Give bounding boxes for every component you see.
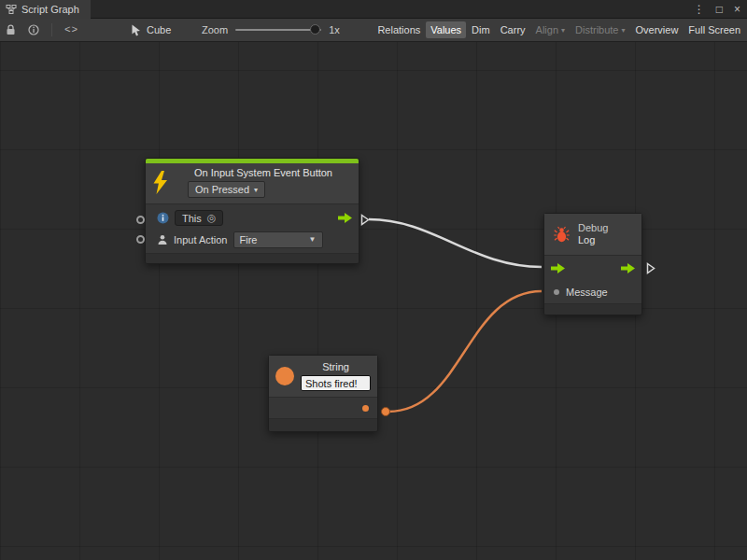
toolbar-button-distribute[interactable]: Distribute▾ xyxy=(571,21,629,38)
input-action-icon xyxy=(157,234,168,245)
lock-icon[interactable] xyxy=(6,24,16,35)
titlebar: Script Graph ⋮ □ × xyxy=(0,0,747,19)
event-node-header: On Input System Event Button On Pressed … xyxy=(146,163,359,203)
this-row: This ◎ xyxy=(146,207,359,229)
zoom-value: 1x xyxy=(329,24,340,35)
on-input-system-event-button-node[interactable]: On Input System Event Button On Pressed … xyxy=(145,158,359,264)
button-label: Align xyxy=(536,24,558,35)
toolbar-zoom-group: Zoom 1x xyxy=(202,19,340,41)
toolbar-button-values[interactable]: Values xyxy=(426,21,466,38)
node-title: On Input System Event Button xyxy=(175,167,352,178)
caret-down-icon: ▼ xyxy=(309,235,317,244)
message-label: Message xyxy=(566,287,608,298)
input-action-label: Input Action xyxy=(174,234,228,245)
button-label: Dim xyxy=(472,24,490,35)
trigger-dropdown[interactable]: On Pressed ▾ xyxy=(188,181,265,198)
string-value-input[interactable] xyxy=(301,375,371,391)
window-close-icon[interactable]: × xyxy=(734,3,740,16)
code-icon[interactable]: <> xyxy=(64,24,78,35)
toolbar-target-group: Cube xyxy=(131,19,171,41)
button-label: Overview xyxy=(636,24,679,35)
this-object-field[interactable]: This ◎ xyxy=(175,210,223,226)
unity-visual-scripting-window: Script Graph ⋮ □ × <> Cube Zoom xyxy=(0,0,747,560)
window-menu-icon[interactable]: ⋮ xyxy=(694,3,705,16)
debug-flow-output-port[interactable] xyxy=(621,263,635,273)
toolbar-separator xyxy=(51,23,52,36)
input-action-external-port[interactable] xyxy=(136,235,145,244)
debug-flow-row xyxy=(544,255,641,281)
string-output-port[interactable] xyxy=(362,405,369,412)
node-category: Debug xyxy=(578,222,608,234)
window-maximize-icon[interactable]: □ xyxy=(716,3,723,16)
target-object-label[interactable]: Cube xyxy=(147,24,171,35)
toolbar-button-relations[interactable]: Relations xyxy=(373,21,425,38)
exec-wire[interactable] xyxy=(369,219,542,267)
value-wire[interactable] xyxy=(388,291,542,412)
event-flow-output-port[interactable] xyxy=(338,213,352,223)
trigger-dropdown-value: On Pressed xyxy=(195,184,249,195)
this-label: This xyxy=(182,213,202,224)
button-label: Full Screen xyxy=(688,24,740,35)
debug-flow-input-port[interactable] xyxy=(551,263,565,273)
toolbar-button-align[interactable]: Align▾ xyxy=(531,21,570,38)
gameobject-info-icon xyxy=(157,212,169,224)
tab-title: Script Graph xyxy=(21,4,79,15)
this-external-port[interactable] xyxy=(136,216,145,224)
caret-down-icon: ▾ xyxy=(561,26,565,35)
zoom-slider-knob[interactable] xyxy=(310,24,320,35)
debug-node-header: Debug Log xyxy=(544,214,641,255)
lightning-bolt-icon xyxy=(152,171,168,194)
debug-output-port-triangle[interactable] xyxy=(646,262,655,274)
string-type-icon xyxy=(275,367,294,385)
input-action-row: Input Action Fire ▼ xyxy=(146,229,359,250)
toolbar-button-carry[interactable]: Carry xyxy=(496,21,530,38)
debug-log-node[interactable]: Debug Log Message xyxy=(543,213,642,315)
bug-icon xyxy=(553,226,571,244)
graph-canvas[interactable]: On Input System Event Button On Pressed … xyxy=(0,42,747,560)
zoom-slider[interactable] xyxy=(235,29,321,31)
message-input-port[interactable] xyxy=(554,289,559,295)
debug-node-footer xyxy=(544,303,641,315)
value-wire-source-knob[interactable] xyxy=(381,407,390,416)
zoom-label: Zoom xyxy=(202,24,228,35)
info-icon[interactable] xyxy=(28,24,39,35)
toolbar-button-dim[interactable]: Dim xyxy=(467,21,495,38)
node-title: Log xyxy=(578,234,608,246)
string-node-header: String xyxy=(269,356,377,397)
event-node-footer xyxy=(146,253,359,263)
input-action-dropdown[interactable]: Fire ▼ xyxy=(233,231,323,248)
event-node-body: This ◎ Input Action Fire xyxy=(146,203,359,253)
string-node-body xyxy=(269,397,377,418)
caret-down-icon: ▾ xyxy=(254,186,258,194)
tab-script-graph[interactable]: Script Graph xyxy=(0,0,91,19)
window-controls: ⋮ □ × xyxy=(694,0,740,19)
input-action-value: Fire xyxy=(240,234,258,245)
button-label: Carry xyxy=(500,24,526,35)
node-title: String xyxy=(301,361,371,372)
string-literal-node[interactable]: String xyxy=(268,355,378,432)
cursor-icon xyxy=(131,24,141,36)
toolbar-buttons-group: Relations Values Dim Carry Align▾ Distri… xyxy=(373,19,745,41)
button-label: Distribute xyxy=(575,24,618,35)
string-node-footer xyxy=(269,418,377,431)
object-picker-icon[interactable]: ◎ xyxy=(207,212,217,224)
toolbar-button-fullscreen[interactable]: Full Screen xyxy=(684,21,745,38)
button-label: Relations xyxy=(377,24,420,35)
debug-message-row: Message xyxy=(544,281,641,303)
toolbar-left-group: <> xyxy=(6,19,78,41)
caret-down-icon: ▾ xyxy=(622,26,626,35)
event-output-port-triangle[interactable] xyxy=(360,214,370,226)
graph-icon xyxy=(6,4,17,15)
button-label: Values xyxy=(430,24,461,35)
graph-toolbar: <> Cube Zoom 1x Relations Values Dim Car… xyxy=(0,19,747,42)
toolbar-button-overview[interactable]: Overview xyxy=(631,21,684,38)
